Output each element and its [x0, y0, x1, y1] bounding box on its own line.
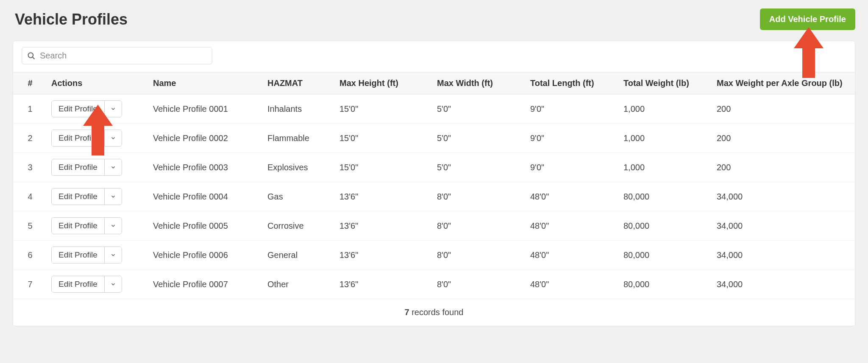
- search-input-wrapper[interactable]: [22, 47, 212, 64]
- svg-line-2: [33, 57, 35, 59]
- cell-max-axle: 200: [712, 124, 855, 153]
- cell-max-axle: 34,000: [712, 270, 855, 299]
- cell-hazmat: Explosives: [263, 153, 335, 182]
- edit-profile-dropdown[interactable]: [105, 188, 122, 205]
- edit-profile-button[interactable]: Edit Profile: [52, 130, 105, 146]
- col-total-weight: Total Weight (lb): [619, 72, 712, 94]
- cell-total-length: 48'0": [526, 182, 619, 211]
- records-count: 7: [405, 308, 409, 317]
- cell-name: Vehicle Profile 0005: [149, 211, 263, 241]
- cell-max-axle: 34,000: [712, 182, 855, 211]
- cell-name: Vehicle Profile 0004: [149, 182, 263, 211]
- cell-max-width: 5'0": [433, 124, 526, 153]
- table-footer: 7 records found: [13, 299, 855, 326]
- edit-profile-group: Edit Profile: [51, 130, 122, 147]
- cell-max-height: 15'0": [335, 94, 433, 124]
- cell-hazmat: Inhalants: [263, 94, 335, 124]
- cell-max-width: 8'0": [433, 241, 526, 270]
- edit-profile-button[interactable]: Edit Profile: [52, 159, 105, 175]
- table-row: 6Edit ProfileVehicle Profile 0006General…: [13, 241, 855, 270]
- row-number: 6: [13, 241, 47, 270]
- row-number: 2: [13, 124, 47, 153]
- col-max-height: Max Height (ft): [335, 72, 433, 94]
- cell-name: Vehicle Profile 0002: [149, 124, 263, 153]
- edit-profile-button[interactable]: Edit Profile: [52, 188, 105, 205]
- cell-max-axle: 34,000: [712, 211, 855, 241]
- table-row: 3Edit ProfileVehicle Profile 0003Explosi…: [13, 153, 855, 182]
- search-input[interactable]: [40, 51, 207, 61]
- records-suffix: records found: [409, 308, 464, 317]
- cell-total-length: 48'0": [526, 270, 619, 299]
- col-name: Name: [149, 72, 263, 94]
- cell-max-width: 8'0": [433, 270, 526, 299]
- chevron-down-icon: [110, 194, 116, 200]
- row-number: 7: [13, 270, 47, 299]
- cell-total-length: 9'0": [526, 124, 619, 153]
- edit-profile-button[interactable]: Edit Profile: [52, 101, 105, 117]
- cell-hazmat: General: [263, 241, 335, 270]
- svg-point-1: [28, 53, 33, 58]
- cell-max-width: 8'0": [433, 211, 526, 241]
- cell-max-height: 13'6": [335, 211, 433, 241]
- cell-hazmat: Gas: [263, 182, 335, 211]
- table-row: 5Edit ProfileVehicle Profile 0005Corrosi…: [13, 211, 855, 241]
- cell-hazmat: Flammable: [263, 124, 335, 153]
- edit-profile-dropdown[interactable]: [105, 159, 122, 175]
- cell-max-height: 15'0": [335, 124, 433, 153]
- chevron-down-icon: [110, 281, 116, 287]
- cell-name: Vehicle Profile 0001: [149, 94, 263, 124]
- edit-profile-group: Edit Profile: [51, 217, 122, 234]
- row-number: 3: [13, 153, 47, 182]
- cell-max-height: 13'6": [335, 182, 433, 211]
- edit-profile-button[interactable]: Edit Profile: [52, 247, 105, 263]
- cell-total-weight: 1,000: [619, 153, 712, 182]
- table-header-row: # Actions Name HAZMAT Max Height (ft) Ma…: [13, 72, 855, 94]
- cell-max-height: 15'0": [335, 153, 433, 182]
- cell-total-weight: 80,000: [619, 182, 712, 211]
- cell-total-weight: 1,000: [619, 124, 712, 153]
- vehicle-profiles-panel: # Actions Name HAZMAT Max Height (ft) Ma…: [13, 41, 855, 326]
- edit-profile-dropdown[interactable]: [105, 247, 122, 263]
- row-actions: Edit Profile: [47, 182, 149, 211]
- chevron-down-icon: [110, 252, 116, 258]
- edit-profile-group: Edit Profile: [51, 159, 122, 176]
- chevron-down-icon: [110, 106, 116, 112]
- table-row: 7Edit ProfileVehicle Profile 0007Other13…: [13, 270, 855, 299]
- cell-max-axle: 200: [712, 153, 855, 182]
- cell-total-length: 48'0": [526, 211, 619, 241]
- col-max-width: Max Width (ft): [433, 72, 526, 94]
- edit-profile-dropdown[interactable]: [105, 276, 122, 292]
- add-vehicle-profile-button[interactable]: Add Vehicle Profile: [760, 8, 855, 30]
- cell-name: Vehicle Profile 0006: [149, 241, 263, 270]
- cell-total-length: 9'0": [526, 94, 619, 124]
- cell-total-weight: 80,000: [619, 211, 712, 241]
- cell-total-weight: 80,000: [619, 241, 712, 270]
- page-title: Vehicle Profiles: [15, 11, 128, 28]
- cell-max-axle: 200: [712, 94, 855, 124]
- cell-hazmat: Corrosive: [263, 211, 335, 241]
- edit-profile-dropdown[interactable]: [105, 101, 122, 117]
- cell-total-length: 48'0": [526, 241, 619, 270]
- col-max-axle: Max Weight per Axle Group (lb): [712, 72, 855, 94]
- edit-profile-button[interactable]: Edit Profile: [52, 276, 105, 292]
- col-actions: Actions: [47, 72, 149, 94]
- cell-max-height: 13'6": [335, 241, 433, 270]
- row-number: 1: [13, 94, 47, 124]
- cell-name: Vehicle Profile 0003: [149, 153, 263, 182]
- row-actions: Edit Profile: [47, 211, 149, 241]
- cell-max-height: 13'6": [335, 270, 433, 299]
- edit-profile-dropdown[interactable]: [105, 218, 122, 234]
- row-actions: Edit Profile: [47, 94, 149, 124]
- chevron-down-icon: [110, 164, 116, 170]
- edit-profile-dropdown[interactable]: [105, 130, 122, 146]
- col-hazmat: HAZMAT: [263, 72, 335, 94]
- edit-profile-button[interactable]: Edit Profile: [52, 218, 105, 234]
- cell-total-length: 9'0": [526, 153, 619, 182]
- search-icon: [27, 52, 36, 60]
- col-total-length: Total Length (ft): [526, 72, 619, 94]
- row-number: 4: [13, 182, 47, 211]
- edit-profile-group: Edit Profile: [51, 247, 122, 263]
- table-row: 1Edit ProfileVehicle Profile 0001Inhalan…: [13, 94, 855, 124]
- chevron-down-icon: [110, 223, 116, 229]
- vehicle-profiles-table: # Actions Name HAZMAT Max Height (ft) Ma…: [13, 72, 855, 326]
